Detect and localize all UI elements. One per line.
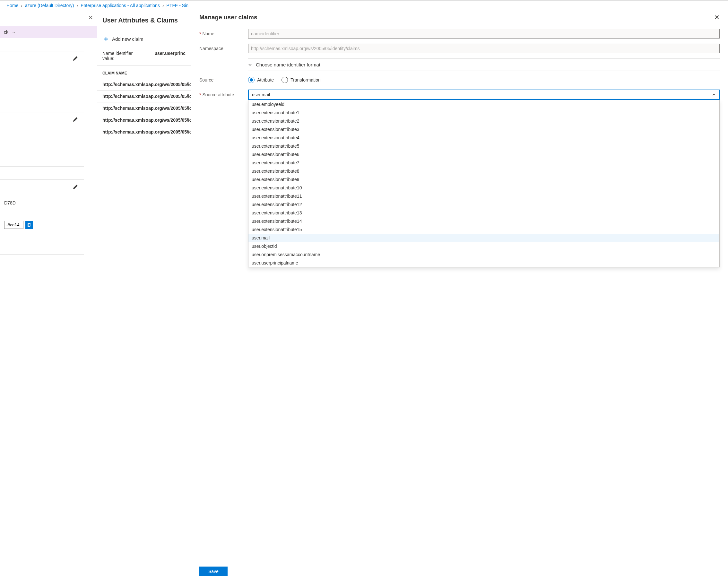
dropdown-option[interactable]: user.extensionattribute10 bbox=[249, 184, 719, 192]
claim-row[interactable]: http://schemas.xmlsoap.org/ws/2005/05/id bbox=[97, 90, 191, 102]
name-input[interactable] bbox=[248, 29, 720, 38]
dropdown-option[interactable]: user.onpremisessamaccountname bbox=[249, 250, 719, 259]
nameid-label: Name identifier value: bbox=[102, 51, 146, 61]
breadcrumb-home[interactable]: Home bbox=[6, 3, 18, 8]
dropdown-option[interactable]: user.objectid bbox=[249, 242, 719, 250]
required-asterisk: * bbox=[199, 31, 201, 36]
dropdown-option[interactable]: user.userprincipalname bbox=[249, 259, 719, 267]
add-claim-label: Add new claim bbox=[112, 36, 144, 42]
claim-row[interactable]: http://schemas.xmlsoap.org/ws/2005/05/id bbox=[97, 102, 191, 114]
dropdown-option[interactable]: user.extensionattribute5 bbox=[249, 142, 719, 150]
dropdown-option[interactable]: user.extensionattribute1 bbox=[249, 108, 719, 117]
edit-icon[interactable] bbox=[73, 184, 78, 190]
source-attribute-dropdown[interactable]: user.mail bbox=[248, 89, 720, 100]
source-field-label: Source bbox=[199, 77, 213, 82]
nameid-value: user.userprinc bbox=[155, 51, 186, 61]
dropdown-option[interactable]: user.extensionattribute14 bbox=[249, 217, 719, 225]
dropdown-option[interactable]: user.extensionattribute3 bbox=[249, 125, 719, 134]
arrow-right-icon: → bbox=[11, 29, 16, 35]
dropdown-option[interactable]: user.employeeid bbox=[249, 100, 719, 108]
dropdown-option[interactable]: user.mail bbox=[249, 234, 719, 242]
center-panel: User Attributes & Claims ＋ Add new claim… bbox=[97, 10, 191, 581]
panel-title: Manage user claims bbox=[199, 14, 257, 21]
right-panel: Manage user claims ✕ * Name Namespace bbox=[191, 10, 728, 581]
add-new-claim-button[interactable]: ＋ Add new claim bbox=[97, 30, 191, 48]
claim-row[interactable]: http://schemas.xmlsoap.org/ws/2005/05/id bbox=[97, 126, 191, 138]
chevron-right-icon: › bbox=[162, 3, 164, 8]
save-button[interactable]: Save bbox=[199, 566, 228, 576]
source-attribute-label: Source attribute bbox=[202, 92, 234, 97]
dropdown-option[interactable]: user.extensionattribute13 bbox=[249, 209, 719, 217]
claim-row[interactable]: http://schemas.xmlsoap.org/ws/2005/05/id bbox=[97, 114, 191, 126]
close-icon[interactable]: ✕ bbox=[714, 14, 720, 21]
name-field-label: Name bbox=[202, 31, 214, 36]
choose-name-identifier-format[interactable]: Choose name identifier format bbox=[248, 62, 720, 68]
breadcrumb-ptfe[interactable]: PTFE - Sin bbox=[166, 3, 188, 8]
dropdown-option[interactable]: user.extensionattribute11 bbox=[249, 192, 719, 200]
dropdown-option[interactable]: user.extensionattribute12 bbox=[249, 200, 719, 209]
notification-text: ck. bbox=[4, 29, 10, 35]
claims-table-header: CLAIM NAME bbox=[97, 66, 191, 79]
edit-icon[interactable] bbox=[73, 117, 78, 123]
breadcrumb: Home › azure (Default Directory) › Enter… bbox=[0, 1, 728, 10]
namespace-input[interactable] bbox=[248, 44, 720, 53]
metadata-input[interactable] bbox=[4, 221, 23, 229]
dropdown-option[interactable]: user.extensionattribute4 bbox=[249, 134, 719, 142]
plus-icon: ＋ bbox=[102, 34, 109, 44]
radio-attribute-label: Attribute bbox=[257, 77, 274, 82]
claim-row[interactable]: http://schemas.xmlsoap.org/ws/2005/05/id bbox=[97, 79, 191, 90]
chevron-up-icon bbox=[712, 93, 716, 97]
left-panel: ✕ ck. → D78D bbox=[0, 10, 97, 581]
radio-attribute[interactable]: Attribute bbox=[248, 77, 274, 83]
dropdown-option[interactable]: user.extensionattribute8 bbox=[249, 167, 719, 175]
breadcrumb-azure[interactable]: azure (Default Directory) bbox=[25, 3, 74, 8]
dropdown-option[interactable]: user.extensionattribute2 bbox=[249, 117, 719, 125]
radio-transformation[interactable]: Transformation bbox=[282, 77, 321, 83]
chevron-right-icon: › bbox=[77, 3, 78, 8]
notification-bar[interactable]: ck. → bbox=[0, 26, 97, 38]
dropdown-list: user.employeeiduser.extensionattribute1u… bbox=[248, 100, 720, 267]
edit-icon[interactable] bbox=[73, 56, 78, 62]
chevron-down-icon bbox=[248, 63, 252, 67]
dropdown-value: user.mail bbox=[252, 92, 270, 97]
close-icon[interactable]: ✕ bbox=[88, 14, 93, 21]
copy-button[interactable] bbox=[25, 221, 33, 229]
card-id-text: D78D bbox=[4, 200, 80, 206]
format-label: Choose name identifier format bbox=[256, 62, 320, 68]
chevron-right-icon: › bbox=[21, 3, 23, 8]
dropdown-option[interactable]: user.extensionattribute6 bbox=[249, 150, 719, 159]
name-identifier-row: Name identifier value: user.userprinc bbox=[97, 48, 191, 66]
required-asterisk: * bbox=[199, 92, 201, 97]
radio-transformation-label: Transformation bbox=[290, 77, 321, 82]
card-1 bbox=[0, 51, 84, 99]
namespace-field-label: Namespace bbox=[199, 46, 224, 51]
dropdown-option[interactable]: user.extensionattribute7 bbox=[249, 159, 719, 167]
dropdown-option[interactable]: user.extensionattribute15 bbox=[249, 225, 719, 234]
card-3: D78D bbox=[0, 180, 84, 234]
panel-title: User Attributes & Claims bbox=[97, 14, 191, 30]
card-2 bbox=[0, 112, 84, 166]
dropdown-option[interactable]: user.extensionattribute9 bbox=[249, 175, 719, 184]
claims-list: http://schemas.xmlsoap.org/ws/2005/05/id… bbox=[97, 79, 191, 138]
card-4 bbox=[0, 240, 84, 255]
breadcrumb-enterprise[interactable]: Enterprise applications - All applicatio… bbox=[81, 3, 160, 8]
